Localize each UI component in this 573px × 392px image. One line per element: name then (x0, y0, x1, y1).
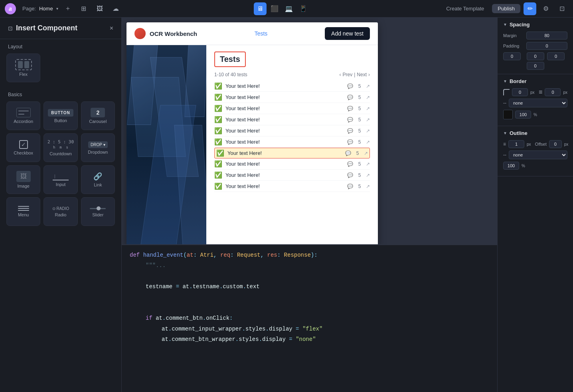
add-page-button[interactable]: ＋ (61, 2, 74, 15)
padding-center-col (525, 52, 545, 60)
add-new-test-button[interactable]: Add new test (325, 27, 370, 40)
sidebar-item-carousel[interactable]: 2 Carousel (81, 101, 115, 130)
test-external-link-icon[interactable]: ↗ (366, 117, 370, 123)
sidebar-item-countdown[interactable]: 2 : 5 : 30h m s Countdown (43, 133, 77, 162)
test-row[interactable]: ✅ Your text Here! 💬 5 ↗ (214, 125, 370, 137)
acc-line-2 (18, 114, 25, 115)
sidebar-item-menu[interactable]: Menu (6, 197, 40, 226)
sidebar-item-radio[interactable]: ⊙ RADIO Radio (43, 197, 77, 226)
app-preview: OCR Workbench Tests Add new test (126, 22, 378, 244)
laptop-view-button[interactable]: 💻 (283, 2, 295, 15)
padding-top-input[interactable] (527, 52, 544, 60)
border-width-input[interactable] (545, 88, 561, 96)
spacing-collapse-icon[interactable]: ▼ (503, 22, 507, 27)
margin-input[interactable] (526, 32, 567, 40)
menu-icon (18, 206, 29, 211)
code-editor: def handle_event(at: Atri, req: Request,… (122, 244, 497, 392)
test-row[interactable]: ✅ Your text Here! 💬 5 ↗ (214, 137, 370, 148)
test-external-link-icon[interactable]: ↗ (366, 128, 370, 134)
test-external-link-icon[interactable]: ↗ (364, 150, 368, 156)
sidebar-item-link[interactable]: 🔗 Link (81, 165, 115, 194)
test-row[interactable]: ✅ Your text Here! 💬 5 ↗ (214, 81, 370, 92)
test-count: 5 (356, 117, 363, 123)
canvas-area[interactable]: OCR Workbench Tests Add new test (122, 18, 497, 244)
app-logo: a (5, 3, 16, 14)
test-external-link-icon[interactable]: ↗ (366, 172, 370, 178)
tests-nav-link[interactable]: Tests (255, 30, 268, 37)
sidebar-expand-icon: ⊡ (8, 25, 13, 32)
prev-button[interactable]: Prev (343, 72, 353, 77)
tests-heading: Tests (220, 55, 240, 63)
outline-opacity-unit: % (522, 164, 525, 168)
padding-right-input[interactable] (547, 52, 565, 60)
outline-opacity-input[interactable] (503, 162, 519, 170)
test-check-icon: ✅ (214, 182, 222, 190)
left-sidebar: ⊡ Insert Component × Layout Flex Basics (0, 18, 122, 392)
sidebar-close-button[interactable]: × (110, 25, 113, 32)
building-background (126, 45, 206, 244)
outline-offset-input[interactable] (549, 140, 562, 148)
preview-button[interactable]: ⊡ (555, 2, 568, 15)
code-line-7: if at.comment_btn.onClick: (122, 313, 497, 323)
accordion-icon (16, 108, 31, 117)
image-button[interactable]: 🖼 (93, 2, 106, 15)
carousel-label: Carousel (89, 119, 107, 124)
code-line-2: """... (122, 260, 497, 271)
test-row[interactable]: ✅ Your text Here! 💬 5 ↗ (214, 92, 370, 103)
settings-button[interactable]: ⚙ (539, 2, 552, 15)
test-count: 5 (356, 83, 363, 89)
test-external-link-icon[interactable]: ↗ (366, 139, 370, 145)
publish-button[interactable]: Publish (492, 4, 520, 13)
padding-input[interactable] (526, 42, 567, 50)
tablet-view-button[interactable]: ⬛ (268, 2, 281, 15)
border-opacity-input[interactable] (515, 111, 531, 119)
test-row[interactable]: ✅ Your text Here! 💬 5 ↗ (214, 103, 370, 114)
sidebar-item-image[interactable]: 🖼 Image (6, 165, 40, 194)
sidebar-item-button[interactable]: BUTTON Button (43, 101, 77, 130)
sidebar-item-input[interactable]: | Input (43, 165, 77, 194)
outline-style-select[interactable]: none solid dashed (509, 150, 567, 159)
test-check-icon: ✅ (214, 138, 222, 146)
countdown-icon: 2 : 5 : 30h m s (47, 139, 74, 150)
test-comment-icon: 💬 (347, 172, 353, 178)
test-external-link-icon[interactable]: ↗ (366, 95, 370, 100)
border-color-row: % (503, 110, 567, 119)
test-row[interactable]: ✅ Your text Here! 💬 5 ↗ (214, 170, 370, 181)
image-label: Image (17, 184, 30, 188)
sidebar-item-dropdown[interactable]: DROP ▾ Dropdown (81, 133, 115, 162)
test-row[interactable]: ✅ Your text Here! 💬 5 ↗ (214, 148, 370, 158)
border-style-select[interactable]: none solid dashed (509, 99, 567, 107)
spacing-section: ▼ Spacing Margin Padding (498, 18, 573, 74)
border-collapse-icon[interactable]: ▼ (503, 79, 507, 83)
border-radius-input[interactable] (512, 88, 528, 96)
test-row[interactable]: ✅ Your text Here! 💬 5 ↗ (214, 114, 370, 125)
grid-view-button[interactable]: ⊞ (77, 2, 90, 15)
test-count: 5 (356, 106, 363, 111)
test-external-link-icon[interactable]: ↗ (366, 184, 370, 189)
cloud-button[interactable]: ☁ (109, 2, 122, 15)
mobile-view-button[interactable]: 📱 (297, 2, 310, 15)
padding-bottom-input[interactable] (527, 62, 544, 70)
image-icon: 🖼 (16, 171, 31, 182)
border-color-swatch[interactable] (503, 110, 513, 119)
outline-width-input[interactable] (508, 140, 524, 148)
link-label: Link (94, 182, 102, 187)
outline-collapse-icon[interactable]: ▼ (503, 131, 507, 135)
next-button[interactable]: Next (357, 72, 367, 77)
sidebar-item-accordion[interactable]: Accordion (6, 101, 40, 130)
test-external-link-icon[interactable]: ↗ (366, 83, 370, 89)
app-logo-circle (134, 28, 146, 39)
create-template-button[interactable]: Create Template (441, 4, 489, 13)
test-external-link-icon[interactable]: ↗ (366, 106, 370, 111)
sidebar-item-checkbox[interactable]: ✓ Checkbox (6, 133, 40, 162)
input-label: Input (56, 182, 65, 187)
sidebar-item-slider[interactable]: Slider (81, 197, 115, 226)
test-row[interactable]: ✅ Your text Here! 💬 5 ↗ (214, 158, 370, 170)
sidebar-item-flex[interactable]: Flex (6, 53, 40, 82)
test-row[interactable]: ✅ Your text Here! 💬 5 ↗ (214, 181, 370, 192)
padding-left-input[interactable] (503, 52, 521, 60)
app-name: OCR Workbench (150, 30, 197, 37)
test-external-link-icon[interactable]: ↗ (366, 161, 370, 167)
desktop-view-button[interactable]: 🖥 (254, 2, 267, 15)
edit-mode-button[interactable]: ✏ (524, 2, 536, 15)
